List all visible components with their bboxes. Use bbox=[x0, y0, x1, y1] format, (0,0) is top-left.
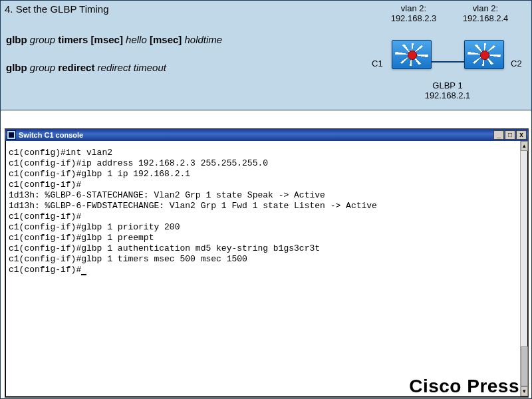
switch-c1-icon bbox=[392, 40, 432, 69]
console-window: Switch C1 console _ □ x c1(config)#int v… bbox=[5, 128, 529, 398]
glbp-label: GLBP 1192.168.2.1 bbox=[418, 80, 477, 100]
minimize-button[interactable]: _ bbox=[493, 130, 504, 140]
maximize-button[interactable]: □ bbox=[505, 130, 515, 140]
command-syntax-2: glbp group redirect redirect timeout bbox=[6, 62, 166, 73]
app-icon bbox=[7, 130, 16, 140]
link-line bbox=[432, 61, 465, 63]
instruction-panel: 4. Set the GLBP Timing glbp group timers… bbox=[1, 1, 531, 110]
section-title: 4. Set the GLBP Timing bbox=[5, 3, 108, 15]
scroll-down-button[interactable]: ▾ bbox=[521, 386, 528, 396]
device-label-c1: C1 bbox=[372, 59, 383, 68]
close-button[interactable]: x bbox=[516, 130, 527, 140]
vlan-label-c1: vlan 2:192.168.2.3 bbox=[384, 3, 444, 23]
network-diagram: vlan 2:192.168.2.3 vlan 2:192.168.2.4 C1… bbox=[356, 3, 529, 106]
scroll-thumb[interactable] bbox=[521, 346, 528, 386]
device-label-c2: C2 bbox=[511, 59, 522, 68]
scroll-up-button[interactable]: ▴ bbox=[521, 141, 528, 151]
window-titlebar[interactable]: Switch C1 console _ □ x bbox=[5, 129, 528, 141]
window-title: Switch C1 console bbox=[19, 131, 83, 139]
brand-logo: Cisco Press bbox=[409, 376, 519, 397]
command-syntax-1: glbp group timers [msec] hello [msec] ho… bbox=[6, 34, 222, 45]
switch-c2-icon bbox=[464, 40, 504, 69]
vlan-label-c2: vlan 2:192.168.2.4 bbox=[456, 3, 515, 23]
terminal-output[interactable]: c1(config)#int vlan2 c1(config-if)#ip ad… bbox=[6, 141, 520, 396]
window-buttons: _ □ x bbox=[493, 130, 527, 140]
scrollbar[interactable]: ▴ ▾ bbox=[520, 141, 527, 396]
